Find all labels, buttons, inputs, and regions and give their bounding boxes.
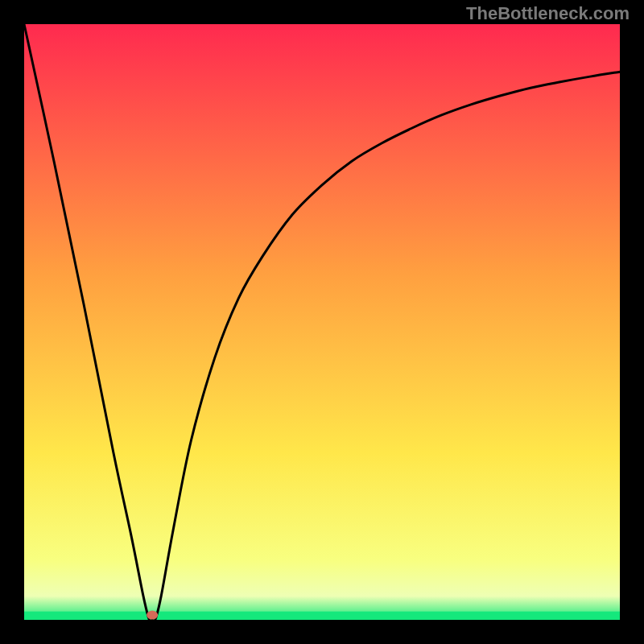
chart-frame: TheBottleneck.com: [0, 0, 644, 644]
watermark-text: TheBottleneck.com: [466, 3, 630, 24]
chart-canvas: [0, 0, 644, 644]
minimum-marker: [147, 611, 158, 620]
plot-background: [24, 24, 620, 620]
green-baseline-strip: [24, 612, 620, 620]
